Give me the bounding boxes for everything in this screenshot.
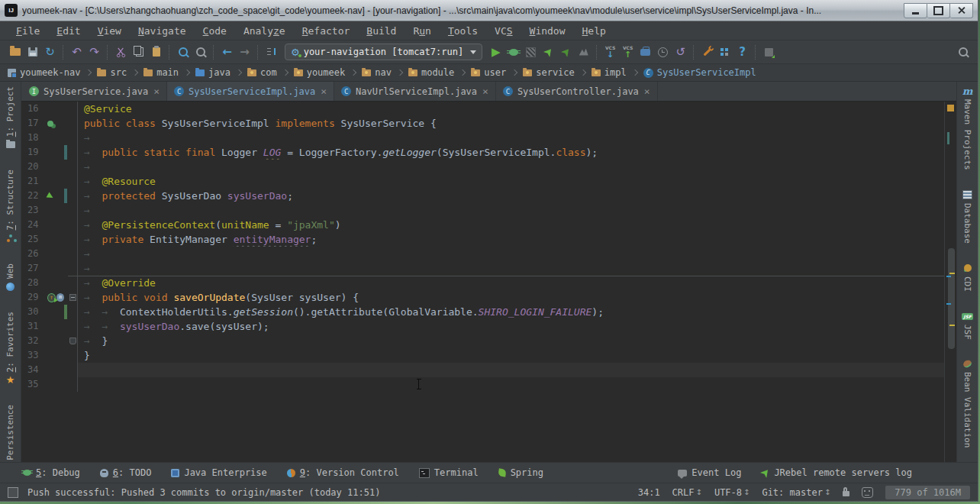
breadcrumb-module[interactable]: module	[407, 67, 456, 78]
code-text[interactable]: → public void saveOrUpdate(SysUser sysUs…	[77, 290, 944, 305]
tool-button-version-control[interactable]: 9: Version Control	[287, 467, 399, 478]
tab-sysuserserviceimpl[interactable]: C SysUserServiceImpl.java ×	[167, 82, 334, 101]
menu-edit[interactable]: Edit	[48, 25, 89, 37]
code-line-23[interactable]: 23→	[21, 203, 944, 218]
menu-tools[interactable]: Tools	[440, 25, 486, 37]
line-separator-select[interactable]: CRLF↕	[672, 487, 702, 498]
debug-icon[interactable]	[505, 44, 522, 60]
memory-indicator[interactable]: 779 of 1016M	[885, 486, 970, 499]
rollback-icon[interactable]: ↺	[672, 44, 689, 60]
hector-inspection-icon[interactable]	[862, 487, 873, 498]
menu-code[interactable]: Code	[195, 25, 235, 37]
tool-button-bean-validation[interactable]: Bean Validation	[962, 359, 972, 447]
close-button[interactable]	[950, 3, 973, 18]
code-line-26[interactable]: 26→	[21, 247, 944, 261]
code-area[interactable]: 16@Service17public class SysUserServiceI…	[21, 102, 944, 462]
code-text[interactable]: public class SysUserServiceImpl implemen…	[77, 116, 944, 131]
warning-marker[interactable]	[949, 325, 955, 326]
breadcrumb-impl[interactable]: impl	[590, 67, 628, 78]
code-line-20[interactable]: 20→	[21, 160, 944, 174]
code-line-22[interactable]: 22→ protected SysUserDao sysUserDao;	[21, 189, 944, 203]
inject-point-icon[interactable]	[47, 192, 55, 200]
title-bar[interactable]: IJ youmeek-nav - [C:\Users\zhangchaohuan…	[0, 0, 978, 21]
code-line-17[interactable]: 17public class SysUserServiceImpl implem…	[21, 116, 944, 131]
inspection-status-marker[interactable]	[947, 105, 954, 111]
code-text[interactable]: → → sysUserDao.save(sysUser);	[77, 319, 944, 334]
tool-button-terminal[interactable]: Terminal	[419, 467, 479, 478]
breadcrumb-com[interactable]: com	[246, 67, 279, 78]
code-line-19[interactable]: 19→ public static final Logger LOG = Log…	[21, 145, 944, 160]
code-text[interactable]: →	[77, 160, 944, 174]
tool-button-jsf[interactable]: JSF JSF	[962, 312, 972, 340]
encoding-select[interactable]: UTF-8↕	[714, 487, 750, 498]
code-line-32[interactable]: 32→ }	[21, 334, 944, 348]
code-text[interactable]: → @PersistenceContext(unitName = "jpaXml…	[77, 218, 944, 232]
caret-position[interactable]: 34:1	[638, 487, 660, 498]
undo-icon[interactable]: ↶	[68, 44, 85, 60]
tab-sysuserservice[interactable]: I SysUserService.java ×	[22, 82, 167, 101]
code-line-18[interactable]: 18→	[21, 131, 944, 145]
tool-button-java-enterprise[interactable]: Java Enterprise	[171, 467, 266, 478]
git-branch-select[interactable]: Git: master↕	[762, 487, 830, 498]
run-with-coverage-icon[interactable]	[522, 44, 540, 60]
breadcrumb-java[interactable]: java	[194, 67, 232, 78]
code-line-34[interactable]: 34	[21, 363, 944, 377]
code-line-35[interactable]: 35	[21, 377, 944, 392]
find-icon[interactable]	[174, 44, 192, 60]
minimize-button[interactable]	[904, 3, 927, 18]
code-text[interactable]: →	[77, 131, 944, 145]
menu-window[interactable]: Window	[521, 25, 574, 37]
replace-icon[interactable]	[192, 44, 209, 60]
tool-button-jrebel-log[interactable]: JRebel remote servers log	[761, 467, 912, 478]
breadcrumb-service[interactable]: service	[521, 67, 576, 78]
recent-changes-icon[interactable]	[654, 44, 672, 60]
code-line-24[interactable]: 24→ @PersistenceContext(unitName = "jpaX…	[21, 218, 944, 232]
code-line-25[interactable]: 25→ private EntityManager entityManager;	[21, 232, 944, 247]
tool-button-maven[interactable]: m Maven Projects	[962, 86, 972, 170]
profiler-icon[interactable]	[575, 44, 592, 60]
scrollbar-thumb[interactable]	[948, 248, 955, 349]
menu-vcs[interactable]: VCS	[486, 25, 521, 37]
tool-button-favorites[interactable]: 2: Favorites ★	[5, 312, 15, 385]
code-line-16[interactable]: 16@Service	[21, 102, 944, 116]
menu-navigate[interactable]: Navigate	[130, 25, 195, 37]
line-numbers-icon[interactable]	[263, 44, 280, 60]
code-text[interactable]	[77, 363, 944, 377]
scrollbar-error-stripe[interactable]	[944, 102, 956, 462]
menu-run[interactable]: Run	[405, 25, 439, 37]
project-structure-icon[interactable]	[716, 44, 733, 60]
fold-marker[interactable]	[68, 290, 77, 305]
breadcrumb-nav[interactable]: nav	[360, 67, 393, 78]
code-line-29[interactable]: 29↑m→ public void saveOrUpdate(SysUser s…	[21, 290, 944, 305]
code-line-27[interactable]: 27→	[21, 261, 944, 276]
readonly-lock-icon[interactable]	[843, 491, 849, 496]
settings-icon[interactable]	[698, 44, 716, 60]
menu-build[interactable]: Build	[358, 25, 405, 37]
jrebel-debug-icon[interactable]	[557, 44, 575, 60]
code-text[interactable]: @Service	[77, 102, 944, 116]
close-tab-icon[interactable]: ×	[482, 86, 488, 96]
code-line-30[interactable]: 30→ → ContextHolderUtils.getSession().ge…	[21, 305, 944, 319]
tab-sysusercontroller[interactable]: C SysUserController.java ×	[496, 82, 658, 101]
jrebel-method-icon[interactable]: m	[56, 293, 64, 302]
breadcrumb-project[interactable]: youmeek-nav	[6, 67, 82, 78]
implemented-class-icon[interactable]	[47, 121, 53, 127]
breadcrumb-class[interactable]: CSysUserServiceImpl	[642, 67, 758, 78]
breadcrumb-user[interactable]: user	[469, 67, 508, 78]
run-configuration-select[interactable]: ⚙ your-navigation [tomcat7:run]	[285, 44, 482, 60]
back-icon[interactable]: ←	[218, 44, 236, 60]
tool-button-debug[interactable]: 5: Debug	[23, 467, 80, 478]
tool-button-database[interactable]: Database	[962, 190, 972, 244]
code-text[interactable]: → → ContextHolderUtils.getSession().getA…	[77, 305, 944, 319]
copy-icon[interactable]	[130, 44, 147, 60]
paste-icon[interactable]	[147, 44, 165, 60]
open-icon[interactable]	[6, 44, 24, 60]
code-line-31[interactable]: 31→ → sysUserDao.save(sysUser);	[21, 319, 944, 334]
code-text[interactable]: →	[77, 247, 944, 261]
code-text[interactable]	[77, 377, 944, 392]
menu-view[interactable]: View	[89, 25, 130, 37]
forward-icon[interactable]: →	[236, 44, 253, 60]
close-tab-icon[interactable]: ×	[321, 86, 327, 96]
menu-help[interactable]: Help	[574, 25, 614, 37]
tab-navurlserviceimpl[interactable]: C NavUrlServiceImpl.java ×	[334, 82, 496, 101]
